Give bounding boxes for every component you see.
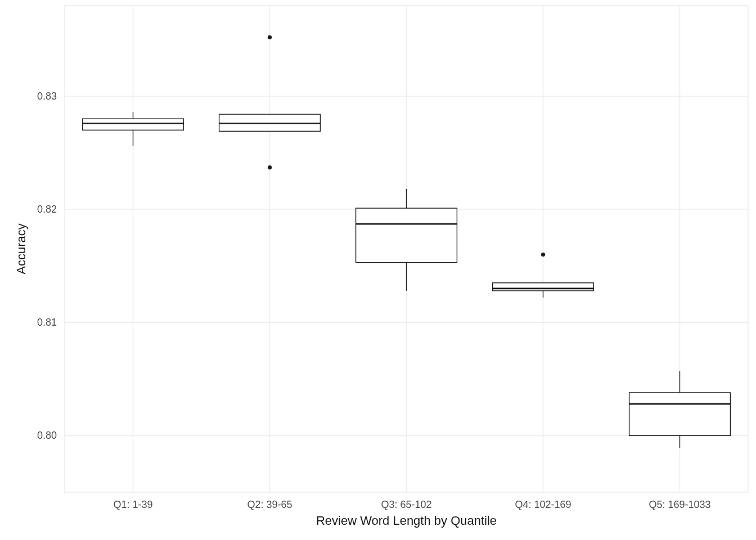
y-axis-title: Accuracy bbox=[14, 223, 28, 274]
y-tick-label: 0.80 bbox=[37, 430, 57, 441]
boxplot-chart: 0.800.810.820.83Q1: 1-39Q2: 39-65Q3: 65-… bbox=[0, 0, 756, 540]
y-tick-label: 0.82 bbox=[37, 204, 57, 215]
outlier-point bbox=[268, 165, 272, 169]
box bbox=[629, 393, 731, 435]
box bbox=[493, 283, 594, 291]
x-axis-title: Review Word Length by Quantile bbox=[316, 514, 497, 528]
x-tick-label: Q4: 102-169 bbox=[515, 499, 571, 510]
chart-svg: 0.800.810.820.83Q1: 1-39Q2: 39-65Q3: 65-… bbox=[0, 0, 756, 540]
outlier-point bbox=[268, 35, 272, 39]
box bbox=[83, 119, 184, 130]
y-tick-label: 0.83 bbox=[37, 91, 57, 102]
x-tick-label: Q1: 1-39 bbox=[113, 499, 152, 510]
x-tick-label: Q3: 65-102 bbox=[381, 499, 431, 510]
y-tick-label: 0.81 bbox=[37, 317, 57, 328]
box bbox=[356, 208, 457, 263]
x-tick-label: Q2: 39-65 bbox=[247, 499, 292, 510]
x-tick-label: Q5: 169-1033 bbox=[649, 499, 710, 510]
outlier-point bbox=[541, 253, 545, 256]
